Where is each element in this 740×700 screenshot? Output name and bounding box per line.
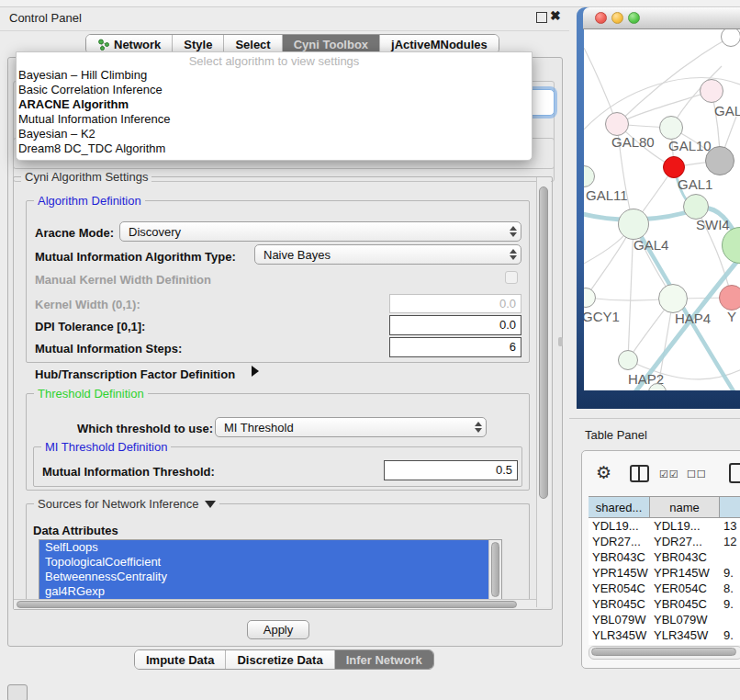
close-traffic-icon[interactable] (595, 12, 607, 24)
manual-kernel-checkbox[interactable] (505, 271, 518, 284)
network-node-gal10[interactable] (659, 116, 683, 140)
network-node-gal1[interactable] (663, 156, 685, 178)
list-scrollbar-thumb[interactable] (491, 542, 499, 597)
mi-threshold-field[interactable]: 0.5 (384, 460, 518, 480)
manual-kernel-label: Manual Kernel Width Definition (35, 273, 211, 287)
table-row[interactable]: YBL079WYBL079W (589, 612, 740, 627)
node-label: GAL4 (633, 237, 668, 253)
data-attribute-item[interactable]: gal4RGexp (39, 584, 493, 599)
top-divider-strip (0, 0, 740, 7)
table-row[interactable]: YBR045CYBR045C9. (589, 596, 740, 612)
split-columns-icon[interactable] (630, 465, 649, 482)
column-header-name[interactable]: name (650, 497, 720, 517)
table-hscrollbar-thumb[interactable] (591, 648, 736, 656)
aracne-mode-combobox[interactable]: Discovery (119, 221, 521, 242)
tab-label: Network (114, 38, 161, 51)
table-row[interactable]: YDL19...YDL19...13 (589, 518, 740, 534)
dropdown-item[interactable]: Bayesian – K2 (18, 127, 530, 141)
column-header-partial[interactable] (720, 497, 740, 517)
dropdown-item[interactable]: ARACNE Algorithm (18, 97, 530, 112)
spinner-arrows-icon (471, 422, 486, 433)
collapse-arrow-icon[interactable] (205, 501, 216, 508)
tab-infer-network[interactable]: Infer Network (334, 650, 433, 669)
network-node-gal4[interactable] (618, 209, 649, 240)
which-threshold-combobox[interactable]: MI Threshold (215, 417, 487, 437)
data-attribute-item[interactable]: BetweennessCentrality (39, 570, 493, 584)
node-label: GAL11 (586, 187, 628, 203)
tab-discretize-data[interactable]: Discretize Data (225, 650, 333, 669)
maximize-traffic-icon[interactable] (628, 12, 640, 24)
tab-impute-data[interactable]: Impute Data (135, 650, 225, 669)
settings-horizontal-scrollbar[interactable] (14, 599, 536, 609)
network-canvas[interactable]: GALGAL80GAL10GAL1GAL11SWI4GAL4GCY1HAP4YH… (584, 29, 740, 390)
dpi-tolerance-field[interactable]: 0.0 (389, 315, 521, 335)
data-attribute-item[interactable]: SelfLoops (39, 540, 493, 555)
dropdown-item[interactable]: Mutual Information Inference (18, 112, 530, 127)
table-cell: 13 (720, 518, 740, 534)
network-window-titlebar[interactable] (583, 7, 740, 29)
network-node[interactable] (705, 146, 734, 175)
table-cell: YER054C (589, 581, 650, 596)
float-window-icon[interactable] (536, 12, 547, 23)
expand-arrow-icon[interactable] (252, 366, 259, 377)
titlebar-divider (0, 30, 569, 31)
network-node-y[interactable] (719, 285, 740, 310)
dropdown-item[interactable]: Dream8 DC_TDC Algorithm (18, 141, 530, 156)
table-cell: YLR345W (589, 627, 650, 643)
minimize-traffic-icon[interactable] (611, 12, 623, 24)
network-node[interactable] (721, 29, 740, 47)
table-cell: 9. (720, 596, 740, 612)
mi-type-label: Mutual Information Algorithm Type: (35, 250, 236, 264)
table-cell (720, 549, 740, 565)
network-icon (97, 39, 109, 51)
data-attribute-item[interactable]: TopologicalCoefficient (39, 555, 493, 570)
table-cell: YBR045C (589, 596, 650, 612)
mi-threshold-group-title: MI Threshold Definition (41, 440, 171, 454)
network-node-hap2[interactable] (618, 350, 638, 370)
dropdown-item[interactable]: Bayesian – Hill Climbing (18, 68, 530, 83)
tab-cyni-toolbox[interactable]: Cyni Toolbox (282, 35, 379, 53)
table-row[interactable]: YBR043CYBR043C (589, 549, 740, 565)
table-row[interactable]: YPR145WYPR145W9. (589, 565, 740, 581)
table-cell: YBR043C (589, 549, 650, 565)
apply-button[interactable]: Apply (247, 620, 309, 639)
tab-network[interactable]: Network (86, 35, 172, 53)
table-panel-title: Table Panel (585, 428, 647, 442)
settings-vertical-scrollbar[interactable] (536, 177, 551, 607)
logo-panel-icon[interactable] (7, 684, 28, 700)
unchecked-pair-icon[interactable]: ☐☐ (687, 469, 707, 480)
tab-jactivemnodules[interactable]: jActiveMNodules (379, 35, 499, 53)
dropdown-item[interactable]: Basic Correlation Inference (18, 83, 530, 97)
network-node-hap4[interactable] (658, 284, 688, 313)
mi-type-combobox[interactable]: Naive Bayes (254, 244, 521, 265)
tab-select[interactable]: Select (223, 35, 281, 53)
table-row[interactable]: YIL052CYIL052C9. (589, 643, 740, 645)
table-row[interactable]: YLR345WYLR345W9. (589, 627, 740, 643)
close-icon[interactable]: ✖ (550, 8, 561, 23)
table-cell: YDR27... (589, 534, 650, 549)
partial-table-icon[interactable] (729, 463, 740, 483)
network-node-swi4[interactable] (683, 194, 709, 220)
table-row[interactable]: YDR27...YDR27...12 (589, 534, 740, 549)
network-node-gal80[interactable] (605, 112, 629, 136)
network-node-gal[interactable] (700, 79, 723, 103)
tab-style[interactable]: Style (172, 35, 223, 53)
algorithm-definition-title: Algorithm Definition (34, 194, 145, 208)
settings-vscrollbar-thumb[interactable] (539, 186, 548, 499)
data-attributes-list[interactable]: SelfLoopsTopologicalCoefficientBetweenne… (39, 539, 502, 601)
gear-icon[interactable]: ⚙ (596, 462, 611, 483)
network-view-window[interactable]: GALGAL80GAL10GAL1GAL11SWI4GAL4GCY1HAP4YH… (577, 7, 740, 409)
kernel-width-field[interactable]: 0.0 (389, 294, 521, 313)
panel-divider-handle[interactable] (558, 337, 563, 346)
checked-pair-icon[interactable]: ☑☑ (659, 469, 679, 480)
table-cell: 9. (720, 565, 740, 581)
table-row[interactable]: YER054CYER054C8. (589, 581, 740, 596)
settings-hscrollbar-thumb[interactable] (17, 601, 517, 608)
table-horizontal-scrollbar[interactable] (589, 646, 740, 660)
mi-steps-field[interactable]: 6 (389, 337, 521, 357)
table-cell: YBR043C (650, 549, 720, 565)
table-cell: 9. (720, 627, 740, 643)
column-header-shared[interactable]: shared... (589, 497, 650, 517)
table-cell: YBL079W (650, 612, 720, 627)
list-vertical-scrollbar[interactable] (488, 540, 501, 600)
